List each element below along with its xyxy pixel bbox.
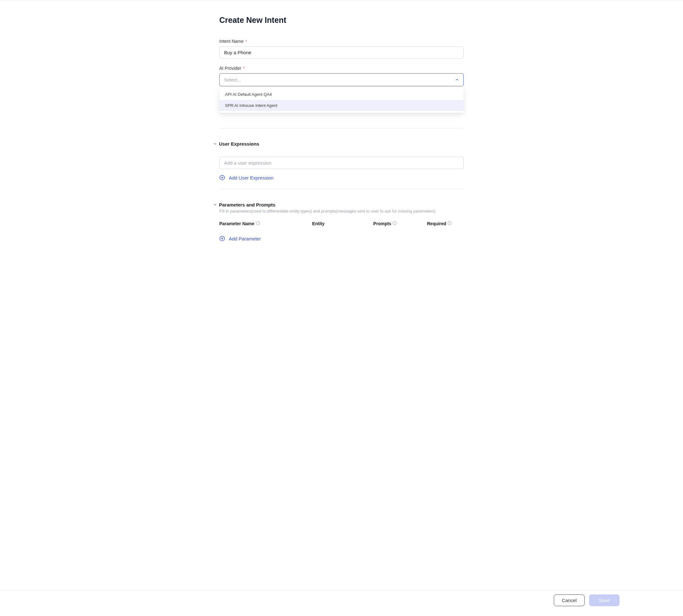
parameters-section: Parameters and Prompts Fill in parameter… — [219, 189, 464, 250]
plus-circle-icon — [219, 236, 225, 241]
ai-provider-field: AI Provider * Select... API AI Default A… — [219, 66, 464, 86]
info-icon — [448, 221, 452, 226]
parameter-table-header: Parameter Name Entity Prompts Required — [219, 221, 464, 226]
chevron-up-icon — [455, 77, 459, 83]
user-expressions-section: User Expressions Add User Expression — [219, 129, 464, 189]
required-star-icon: * — [243, 66, 245, 71]
ai-provider-label: AI Provider — [219, 66, 241, 71]
col-parameter-name: Parameter Name — [219, 221, 312, 226]
chevron-down-icon — [213, 142, 217, 146]
intent-name-field: Intent Name * — [219, 39, 464, 59]
parameters-title: Parameters and Prompts — [219, 202, 276, 207]
chevron-down-icon — [213, 203, 217, 207]
add-user-expression-label: Add User Expression — [229, 175, 274, 180]
page-title: Create New Intent — [219, 16, 464, 25]
cancel-button[interactable]: Cancel — [554, 594, 584, 606]
info-icon — [256, 221, 260, 226]
info-icon — [392, 221, 397, 226]
add-user-expression-button[interactable]: Add User Expression — [219, 175, 274, 180]
form-container: Create New Intent Intent Name * AI Provi… — [204, 0, 479, 258]
user-expression-input[interactable] — [219, 157, 464, 169]
footer-bar: Cancel Save — [0, 591, 683, 610]
add-parameter-label: Add Parameter — [229, 236, 261, 241]
intent-name-input[interactable] — [219, 46, 464, 59]
required-star-icon: * — [246, 39, 247, 44]
ai-provider-option-2[interactable]: SPR AI Inhouse Intent Agent — [219, 100, 464, 111]
ai-provider-dropdown: API AI Default Agent QA4 SPR AI Inhouse … — [219, 87, 464, 113]
col-prompts: Prompts — [373, 221, 427, 226]
ai-provider-select[interactable]: Select... — [219, 73, 464, 86]
parameters-subtext: Fill in parameters(used to differentiate… — [219, 209, 464, 214]
page-content: Create New Intent Intent Name * AI Provi… — [0, 0, 683, 591]
col-required: Required — [427, 221, 464, 226]
ai-provider-placeholder: Select... — [224, 77, 241, 83]
ai-provider-option-1[interactable]: API AI Default Agent QA4 — [219, 89, 464, 100]
add-parameter-button[interactable]: Add Parameter — [219, 236, 261, 241]
user-expressions-header[interactable]: User Expressions — [213, 141, 464, 147]
parameters-header[interactable]: Parameters and Prompts — [213, 202, 464, 207]
col-entity: Entity — [312, 221, 373, 226]
user-expressions-title: User Expressions — [219, 141, 259, 147]
save-button[interactable]: Save — [589, 594, 620, 606]
ai-provider-select-wrapper: Select... API AI Default Agent QA4 SPR A… — [219, 73, 464, 86]
plus-circle-icon — [219, 175, 225, 180]
intent-name-label: Intent Name — [219, 39, 243, 44]
